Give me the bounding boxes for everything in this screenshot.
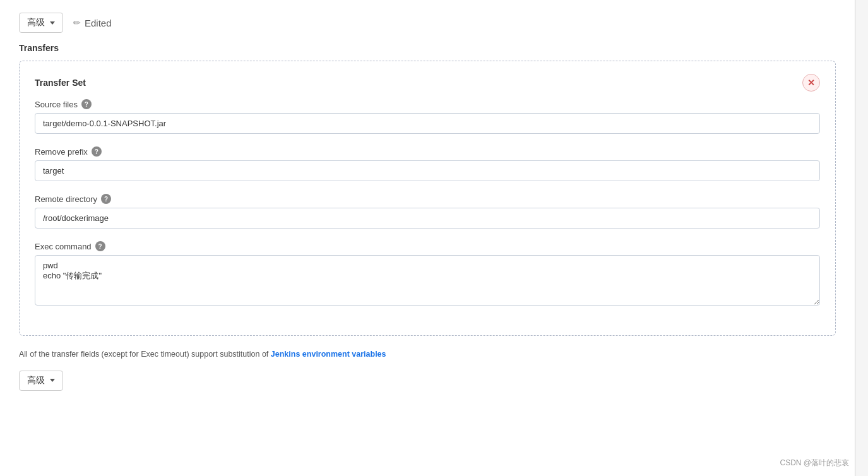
remote-directory-group: Remote directory ? [35, 194, 820, 229]
info-text-prefix: All of the transfer fields (except for E… [19, 350, 271, 359]
exec-command-input[interactable]: pwd echo "传输完成" [35, 255, 820, 306]
advanced-button-bottom[interactable]: 高级 [19, 371, 63, 391]
remove-prefix-input[interactable] [35, 160, 820, 181]
remove-prefix-help-icon[interactable]: ? [92, 146, 102, 157]
remove-transfer-set-button[interactable]: ✕ [802, 74, 820, 92]
remote-directory-help-icon[interactable]: ? [101, 194, 111, 204]
advanced-label-bottom: 高级 [27, 375, 45, 386]
source-files-help-icon[interactable]: ? [81, 99, 92, 109]
exec-command-label-row: Exec command ? [35, 241, 820, 251]
transfer-set-card: Transfer Set ✕ Source files ? Remove pre… [19, 61, 836, 336]
info-text: All of the transfer fields (except for E… [19, 348, 836, 360]
edited-status: ✏ Edited [73, 18, 112, 28]
remove-prefix-label-row: Remove prefix ? [35, 146, 820, 157]
remote-directory-label-row: Remote directory ? [35, 194, 820, 204]
source-files-input[interactable] [35, 113, 820, 134]
card-title: Transfer Set [35, 78, 86, 88]
source-files-label: Source files [35, 100, 78, 109]
page-container: 高级 ✏ Edited Transfers Transfer Set ✕ [0, 0, 868, 476]
transfers-section-title: Transfers [19, 43, 836, 53]
remote-directory-input[interactable] [35, 208, 820, 229]
advanced-label-top: 高级 [27, 17, 45, 28]
bottom-bar: 高级 [19, 371, 836, 391]
card-header: Transfer Set ✕ [35, 74, 820, 92]
source-files-group: Source files ? [35, 99, 820, 134]
watermark: CSDN @落叶的悲哀 [780, 458, 849, 468]
close-icon: ✕ [807, 78, 815, 87]
jenkins-env-vars-link[interactable]: Jenkins environment variables [271, 350, 386, 359]
exec-command-help-icon[interactable]: ? [95, 241, 105, 251]
remove-prefix-label: Remove prefix [35, 147, 88, 157]
exec-command-label: Exec command [35, 242, 92, 251]
source-files-label-row: Source files ? [35, 99, 820, 109]
pencil-icon: ✏ [73, 18, 81, 28]
chevron-down-icon-top [50, 21, 55, 25]
advanced-button-top[interactable]: 高级 [19, 13, 63, 33]
main-content: 高级 ✏ Edited Transfers Transfer Set ✕ [0, 0, 855, 476]
chevron-down-icon-bottom [50, 379, 55, 382]
remove-prefix-group: Remove prefix ? [35, 146, 820, 181]
remote-directory-label: Remote directory [35, 194, 97, 204]
exec-command-group: Exec command ? pwd echo "传输完成" [35, 241, 820, 307]
right-sidebar [855, 0, 868, 476]
top-bar: 高级 ✏ Edited [19, 13, 836, 33]
edited-text: Edited [85, 18, 112, 28]
